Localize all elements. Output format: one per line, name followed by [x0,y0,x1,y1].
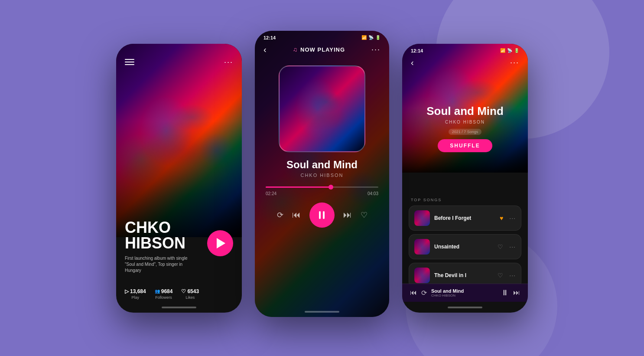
home-bar-1 [162,307,196,308]
song-more-1[interactable]: ··· [509,215,516,222]
more-options-button-2[interactable]: ··· [371,45,381,54]
like-button-song-3[interactable]: ♡ [498,272,503,279]
bottom-player-bar: ⏮ ⟳ Soul and Mind CHKO HIBSON ⏸ ⏭ [402,284,528,302]
album-meta-3: 2021 / 7 Songs [449,129,482,135]
phones-container: 12:14 📶 📡 🔋 ··· CHKO HIBSON [116,39,528,317]
progress-fill [266,186,331,188]
repeat-button[interactable]: ⟳ [277,210,283,220]
song-title-3: The Devil in I [434,272,493,278]
bottom-next-button[interactable]: ⏭ [513,289,520,297]
stat-followers: 👥 9684 Followers [155,288,173,300]
song-list-section: TOP SONGS Before I Forget ♥ ··· Unsainte… [402,198,528,284]
total-time: 04:03 [368,191,378,196]
song-row-1[interactable]: Before I Forget ♥ ··· [409,206,521,231]
song-title-2: Unsainted [434,244,493,250]
album-art-background [116,44,242,237]
shuffle-button[interactable]: SHUFFLE [438,139,492,152]
likes-label: Likes [185,295,195,300]
song-more-3[interactable]: ··· [509,272,516,279]
now-playing-header: ♫ NOW PLAYING [293,46,345,53]
wifi-icon-3: 📡 [507,48,512,53]
artist-description: First launching album with single "Soul … [125,255,194,274]
home-bar-3 [448,307,482,308]
status-time-3: 12:14 [411,48,423,53]
more-options-button-1[interactable]: ··· [224,58,233,67]
music-note-icon: ♫ [293,46,298,53]
artist-header-3: Soul and Mind CHKO HIBSON 2021 / 7 Songs… [402,105,528,152]
like-button-song-1[interactable]: ♥ [500,215,503,222]
play-pause-button[interactable] [309,202,335,228]
stat-play: ▷ 13,684 Play [125,288,146,300]
more-options-button-3[interactable]: ··· [510,58,519,67]
artist-name: CHKO HIBSON [125,220,194,251]
song-artist: CHKO HIBSON [255,173,389,178]
album-title-3: Soul and Mind [402,105,528,118]
progress-section: 02:24 04:03 [255,186,389,196]
album-art-card [279,65,365,152]
like-button-song-2[interactable]: ♡ [498,243,503,250]
play-count: ▷ 13,684 [125,288,146,294]
artist-info-section: CHKO HIBSON First launching album with s… [125,220,194,274]
wifi-icon-2: 📡 [368,35,374,40]
followers-icon: 👥 [155,289,160,294]
bottom-song-name: Soul and Mind [431,288,497,294]
signal-icon-3: 📶 [500,48,505,53]
status-icons-2: 📶 📡 🔋 [361,35,381,40]
song-thumb-3 [414,268,430,283]
prev-button[interactable]: ⏮ [292,210,301,220]
current-time: 02:24 [266,191,276,196]
phone-3-inner: 12:14 📶 📡 🔋 ‹ ··· Soul and Mind CHKO HIB… [402,44,528,313]
bottom-prev-button[interactable]: ⏮ [410,289,417,297]
phone-1: 12:14 📶 📡 🔋 ··· CHKO HIBSON [116,44,242,313]
status-icons-3: 📶 📡 🔋 [500,48,519,53]
phone-3: 12:14 📶 📡 🔋 ‹ ··· Soul and Mind CHKO HIB… [402,44,528,313]
followers-count: 👥 9684 [155,288,173,294]
phone2-content: 12:14 📶 📡 🔋 ‹ ♫ NOW PLAYING ··· [255,31,389,317]
bottom-song-info: Soul and Mind CHKO HIBSON [431,288,497,297]
album-art-face [280,66,364,151]
song-row-3[interactable]: The Devil in I ♡ ··· [409,263,521,284]
bottom-pause-button[interactable]: ⏸ [501,288,509,297]
back-button-2[interactable]: ‹ [263,45,267,55]
bottom-artist: CHKO HIBSON [431,294,497,297]
likes-count: ♡ 6543 [181,288,199,294]
phone-2-inner: 12:14 📶 📡 🔋 ‹ ♫ NOW PLAYING ··· [255,31,389,317]
play-icon: ▷ [125,288,129,294]
song-title: Soul and Mind [255,159,389,171]
player-controls: ⟳ ⏮ ⏭ ♡ [255,202,389,228]
like-button-2[interactable]: ♡ [361,210,368,220]
progress-bar[interactable] [266,186,378,188]
album-artist-3: CHKO HIBSON [402,120,528,124]
song-row-2[interactable]: Unsainted ♡ ··· [409,234,521,259]
large-play-button[interactable] [207,230,233,256]
play-label: Play [132,295,140,300]
pause-icon [319,211,325,219]
song-thumb-1 [414,210,430,226]
pause-bar-left [319,211,321,219]
song-thumb-2 [414,239,430,255]
bottom-repeat-button[interactable]: ⟳ [421,289,427,297]
pause-bar-right [323,211,325,219]
phone-2: 12:14 📶 📡 🔋 ‹ ♫ NOW PLAYING ··· [255,31,389,317]
status-bar-2: 12:14 📶 📡 🔋 [255,31,389,42]
stats-bar: ▷ 13,684 Play 👥 9684 Followers ♡ 6543 [116,288,242,300]
next-button[interactable]: ⏭ [343,210,352,220]
top-songs-label: TOP SONGS [409,198,521,202]
back-button-3[interactable]: ‹ [411,58,414,68]
song-more-2[interactable]: ··· [509,243,516,250]
phone-1-inner: 12:14 📶 📡 🔋 ··· CHKO HIBSON [116,44,242,313]
likes-icon: ♡ [181,288,186,294]
signal-icon-2: 📶 [361,35,367,40]
status-time-2: 12:14 [263,35,276,40]
now-playing-label: NOW PLAYING [300,46,345,53]
song-title-1: Before I Forget [434,215,495,221]
face-art-overlay [116,44,242,237]
followers-label: Followers [155,295,172,300]
battery-icon-2: 🔋 [375,35,381,40]
top-nav-1: ··· [116,56,242,71]
top-nav-2: ‹ ♫ NOW PLAYING ··· [255,42,389,59]
status-bar-3: 12:14 📶 📡 🔋 [402,44,528,56]
menu-button-1[interactable] [125,59,134,65]
progress-times: 02:24 04:03 [266,191,378,196]
top-nav-3: ‹ ··· [402,56,528,72]
